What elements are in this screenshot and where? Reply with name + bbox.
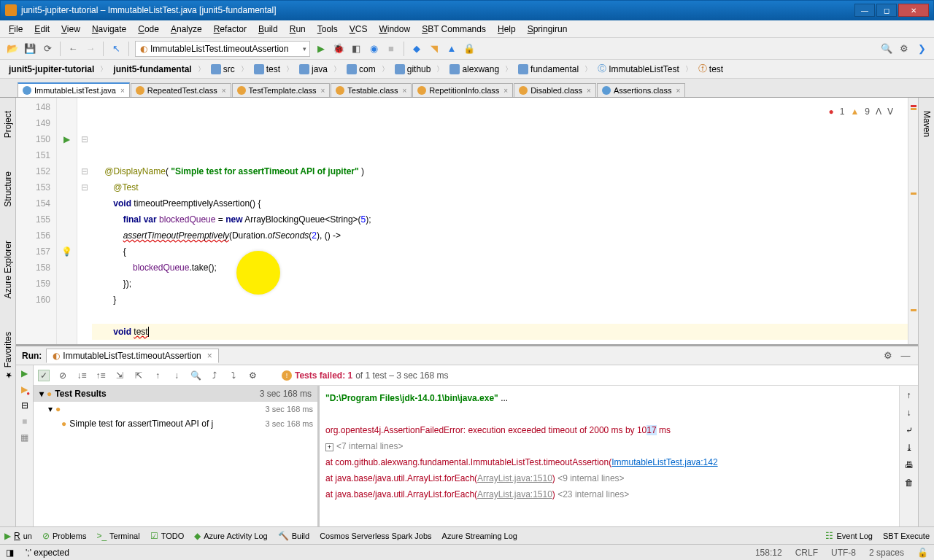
menu-navigate[interactable]: Navigate	[86, 23, 132, 36]
up-arrow-icon[interactable]: ↑	[907, 390, 911, 400]
hide-icon[interactable]: —	[899, 349, 912, 362]
editor-tab[interactable]: RepeatedTest.class×	[131, 83, 231, 97]
close-button[interactable]: ✕	[898, 4, 929, 17]
menu-file[interactable]: File	[3, 23, 28, 36]
editor-tab[interactable]: Testable.class×	[331, 83, 412, 97]
down-arrow-icon[interactable]: ↓	[907, 408, 911, 418]
close-icon[interactable]: ×	[321, 87, 325, 95]
error-stripe[interactable]	[908, 98, 918, 344]
menu-help[interactable]: Help	[492, 23, 522, 36]
sync-icon[interactable]: ⟳	[41, 42, 54, 55]
toggle-auto-icon[interactable]: ⊟	[21, 400, 28, 411]
run-icon[interactable]: ▶	[314, 42, 328, 55]
run-config-selector[interactable]: ◐ ImmutableListTest.timeoutAssertion	[135, 41, 310, 57]
bottom-tab-terminal[interactable]: >_ Terminal	[96, 531, 139, 541]
close-icon[interactable]: ×	[587, 87, 591, 95]
close-icon[interactable]: ×	[207, 351, 212, 361]
sort2-icon[interactable]: ↑≡	[95, 370, 107, 381]
bottom-tab-run[interactable]: ▶ Run	[4, 531, 32, 541]
wrap-icon[interactable]: ⤶	[906, 425, 913, 435]
breadcrumb-item[interactable]: test	[250, 63, 285, 75]
editor-tab[interactable]: Disabled.class×	[514, 83, 596, 97]
settings-icon[interactable]: ⚙	[898, 42, 911, 55]
structure-tab[interactable]: Structure	[1, 166, 15, 213]
menu-sbt-commands[interactable]: SBT Commands	[416, 23, 492, 36]
trash-icon[interactable]: 🗑	[905, 478, 914, 488]
settings-icon[interactable]: ⚙	[247, 370, 258, 381]
readonly-icon[interactable]: 🔓	[917, 548, 928, 558]
stop-icon[interactable]: ■	[385, 42, 398, 55]
menu-refactor[interactable]: Refactor	[208, 23, 252, 36]
breadcrumb-item[interactable]: github	[390, 63, 436, 75]
dump-icon[interactable]: ▦	[20, 432, 28, 443]
pass-filter-icon[interactable]: ✓	[38, 370, 50, 381]
status-icon[interactable]: ◨	[6, 548, 14, 558]
menu-vcs[interactable]: VCS	[344, 23, 374, 36]
search-icon[interactable]: 🔍	[880, 42, 893, 55]
profile-icon[interactable]: ◉	[367, 42, 380, 55]
menu-view[interactable]: View	[55, 23, 86, 36]
maven-tab[interactable]: Maven	[920, 105, 933, 143]
editor-tab[interactable]: ImmutableListTest.java×	[18, 82, 130, 97]
bottom-tab-cosmos-serverless-spark-jobs[interactable]: Cosmos Serverless Spark Jobs	[320, 532, 431, 540]
breadcrumb-item[interactable]: src	[207, 63, 239, 75]
line-separator[interactable]: CRLF	[795, 548, 818, 558]
editor-tab[interactable]: RepetitionInfo.class×	[412, 83, 513, 97]
import-icon[interactable]: ⤵	[228, 370, 239, 381]
menu-tools[interactable]: Tools	[312, 23, 344, 36]
triangle-icon[interactable]: ◥	[428, 42, 441, 55]
indent-info[interactable]: 2 spaces	[869, 548, 904, 558]
favorites-tab[interactable]: ★ Favorites	[1, 326, 15, 386]
run-tab[interactable]: ◐ ImmutableListTest.timeoutAssertion ×	[46, 349, 218, 363]
bottom-tab-azure-activity-log[interactable]: ◆ Azure Activity Log	[194, 531, 267, 541]
breadcrumb-item[interactable]: fundamental	[514, 63, 583, 75]
nav-up-icon[interactable]: ↖	[109, 42, 123, 55]
triangle2-icon[interactable]: ▲	[445, 42, 458, 55]
lock-icon[interactable]: 🔒	[463, 42, 476, 55]
bottom-tab-problems[interactable]: ⊘ Problems	[42, 531, 86, 541]
close-icon[interactable]: ×	[120, 87, 125, 95]
breadcrumb-item[interactable]: java	[295, 63, 332, 75]
breadcrumb-item[interactable]: Ⓒ ImmutableListTest	[593, 62, 684, 76]
editor-tab[interactable]: Assertions.class×	[597, 83, 685, 97]
print-icon[interactable]: 🖶	[905, 460, 914, 470]
menu-build[interactable]: Build	[252, 23, 284, 36]
file-encoding[interactable]: UTF-8	[831, 548, 856, 558]
coverage-icon[interactable]: ◧	[350, 42, 363, 55]
close-icon[interactable]: ×	[222, 87, 226, 95]
close-icon[interactable]: ×	[676, 87, 680, 95]
gear-icon[interactable]: ⚙	[881, 349, 895, 362]
open-icon[interactable]: 📂	[6, 42, 19, 55]
test-tree-row[interactable]: ▾ ● 3 sec 168 ms	[34, 402, 317, 416]
bottom-tab-sbt-execute[interactable]: SBT Execute	[883, 532, 930, 540]
menu-window[interactable]: Window	[373, 23, 416, 36]
export-icon[interactable]: ⤴	[209, 370, 220, 381]
breadcrumb-item[interactable]: junit5-jupiter-tutorial	[4, 63, 99, 75]
project-tab[interactable]: Project	[1, 105, 15, 144]
bottom-tab-event-log[interactable]: ☷ Event Log	[825, 531, 873, 541]
code-editor[interactable]: 148149150151152153154155156157158159160 …	[16, 98, 918, 344]
rerun-failed-icon[interactable]: ▶●	[21, 384, 28, 394]
bottom-tab-build[interactable]: 🔨 Build	[278, 531, 309, 541]
menu-edit[interactable]: Edit	[28, 23, 55, 36]
collapse-icon[interactable]: ⇱	[133, 370, 144, 381]
debug-icon[interactable]: 🐞	[332, 42, 345, 55]
test-console[interactable]: "D:\Program Files\jdk-14.0.1\bin\java.ex…	[320, 386, 899, 526]
azure-icon[interactable]: ◆	[410, 42, 423, 55]
chevron-right-icon[interactable]: ❯	[915, 42, 928, 55]
test-tree-row[interactable]: ● Simple test for assertTimeout API of j…	[34, 416, 317, 431]
rerun-icon[interactable]: ▶	[21, 368, 28, 378]
find-icon[interactable]: 🔍	[190, 370, 201, 381]
menu-springirun[interactable]: Springirun	[522, 23, 574, 36]
breadcrumb-item[interactable]: ⓕ test	[694, 62, 727, 76]
down-icon[interactable]: ↓	[171, 370, 182, 381]
maximize-button[interactable]: ◻	[876, 4, 897, 17]
menu-code[interactable]: Code	[132, 23, 165, 36]
stop-icon[interactable]: ■	[22, 416, 27, 427]
sort-icon[interactable]: ↓≡	[76, 370, 88, 381]
close-icon[interactable]: ×	[503, 87, 508, 95]
close-icon[interactable]: ×	[402, 87, 406, 95]
minimize-button[interactable]: —	[854, 4, 875, 17]
scroll-icon[interactable]: ⤓	[906, 443, 913, 453]
caret-position[interactable]: 158:12	[755, 548, 782, 558]
